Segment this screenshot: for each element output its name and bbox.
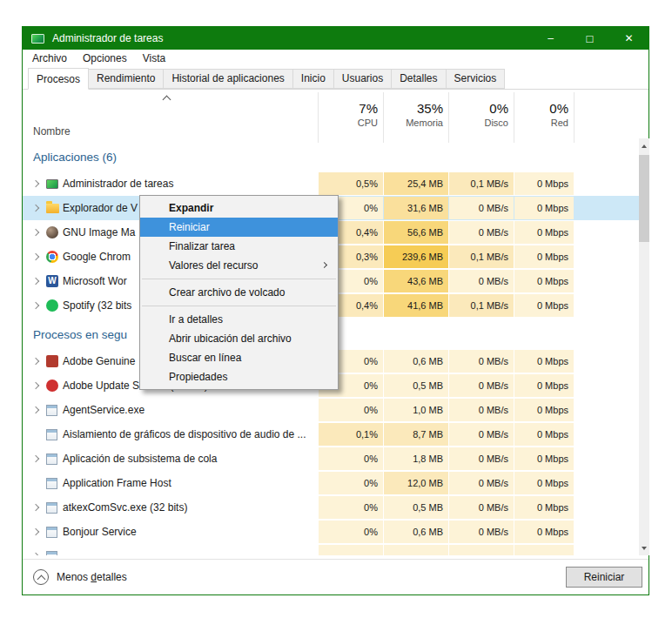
menu-opciones[interactable]: Opciones	[75, 50, 135, 66]
tab-usuarios[interactable]: Usuarios	[333, 69, 392, 89]
scrollbar[interactable]	[639, 138, 649, 555]
expand-chevron-icon[interactable]	[32, 382, 39, 389]
restart-button[interactable]: Reiniciar	[566, 567, 642, 588]
expand-chevron-icon[interactable]	[32, 455, 39, 462]
memory-cell: 12,0 MB	[384, 472, 448, 494]
expand-chevron-icon[interactable]	[32, 205, 39, 212]
toggle-text: Menos	[57, 571, 91, 583]
disk-cell: 0 MB/s	[449, 423, 514, 446]
process-name: Application Frame Host	[63, 471, 171, 495]
memory-cell: 56,6 MB	[384, 221, 448, 244]
task-manager-icon	[46, 179, 58, 189]
network-cell: 0 Mbps	[514, 350, 574, 373]
menu-vista[interactable]: Vista	[135, 50, 173, 66]
memory-cell: 0,6 MB	[384, 350, 448, 373]
tab-procesos[interactable]: Procesos	[28, 68, 89, 90]
process-row-bonjour-service[interactable]: Bonjour Service0%0,6 MB0 MB/s0 Mbps	[23, 520, 639, 544]
disk-cell: 0 MB/s	[449, 374, 514, 397]
expand-chevron-icon[interactable]	[32, 504, 39, 511]
memory-cell: 0,5 MB	[384, 496, 448, 519]
group-name: Procesos en segu	[33, 321, 127, 349]
context-menu-item-reiniciar[interactable]: Reiniciar	[140, 218, 338, 237]
disco-column-label: Disco	[449, 118, 508, 128]
expand-chevron-icon[interactable]	[32, 229, 39, 236]
column-header-red[interactable]: 0%Red	[514, 90, 574, 144]
context-menu-item-finalizar-tarea[interactable]: Finalizar tarea	[140, 237, 338, 256]
network-cell: 0 Mbps	[514, 172, 574, 195]
context-menu-item-buscar-en-linea[interactable]: Buscar en línea	[140, 348, 338, 367]
cpu-cell: 0,1%	[319, 423, 383, 446]
disk-cell: 0 MB/s	[449, 270, 514, 292]
memory-cell: 25,4 MB	[384, 172, 448, 195]
chrome-icon	[46, 251, 58, 263]
process-row-administrador-de-tareas[interactable]: Administrador de tareas0,5%25,4 MB0,1 MB…	[23, 171, 639, 196]
tab-inicio[interactable]: Inicio	[292, 69, 334, 89]
memory-cell	[384, 545, 448, 555]
context-menu-item-ir-a-detalles[interactable]: Ir a detalles	[140, 310, 338, 329]
tab-rendimiento[interactable]: Rendimiento	[88, 69, 164, 89]
generic-app-icon	[46, 551, 57, 555]
process-name: Spotify (32 bits	[63, 293, 131, 318]
expand-chevron-icon[interactable]	[32, 302, 39, 309]
process-row-atkexcomsvc-exe-32-bits[interactable]: atkexComSvc.exe (32 bits)0%0,5 MB0 MB/s0…	[23, 495, 639, 520]
expand-chevron-icon[interactable]	[32, 358, 39, 365]
context-menu-item-valores-del-recurso[interactable]: Valores del recurso	[140, 256, 338, 275]
table-header: Nombre 7%CPU35%Memoria0%Disco0%Red	[23, 90, 639, 144]
context-menu-item-crear-archivo-de-volcado[interactable]: Crear archivo de volcado	[140, 283, 338, 302]
disk-cell: 0 MB/s	[449, 197, 514, 219]
generic-app-icon	[46, 429, 57, 440]
process-name: atkexComSvc.exe (32 bits)	[63, 495, 187, 520]
disk-cell: 0 MB/s	[449, 521, 514, 543]
adobe-red-icon	[46, 355, 58, 367]
tab-detalles[interactable]: Detalles	[391, 69, 446, 89]
memory-cell: 239,6 MB	[384, 245, 448, 268]
name-column-header[interactable]: Nombre	[33, 125, 71, 138]
column-separator	[318, 92, 319, 143]
memoria-column-label: Memoria	[384, 118, 443, 128]
close-button[interactable]: ✕	[609, 27, 648, 50]
process-row-agentservice-exe[interactable]: AgentService.exe0%1,0 MB0 MB/s0 Mbps	[23, 398, 639, 422]
group-name: Aplicaciones (6)	[33, 144, 117, 171]
network-cell: 0 Mbps	[514, 496, 574, 519]
network-cell: 0 Mbps	[514, 472, 574, 494]
context-menu-item-expandir[interactable]: Expandir	[140, 198, 338, 218]
task-manager-icon	[31, 34, 44, 44]
process-row-application-frame-host[interactable]: Application Frame Host0%12,0 MB0 MB/s0 M…	[23, 471, 639, 495]
chevron-up-circle-icon	[33, 569, 49, 585]
column-header-memoria[interactable]: 35%Memoria	[384, 90, 448, 144]
maximize-button[interactable]: □	[570, 27, 609, 50]
column-header-disco[interactable]: 0%Disco	[449, 90, 514, 144]
cpu-cell: 0%	[319, 447, 383, 470]
cpu-total-percent: 7%	[319, 101, 378, 116]
scroll-thumb[interactable]	[639, 155, 649, 242]
process-row-aislamiento-de-graficos-de-dispositivo-de-audio-de[interactable]: Aislamiento de gráficos de dispositivo d…	[23, 422, 639, 447]
menu-archivo[interactable]: Archivo	[24, 50, 75, 66]
scroll-up-button[interactable]	[639, 138, 649, 153]
context-menu-item-propiedades[interactable]: Propiedades	[140, 367, 338, 386]
expand-chevron-icon[interactable]	[32, 180, 39, 187]
memory-cell: 0,6 MB	[384, 521, 448, 543]
tab-historial-de-aplicaciones[interactable]: Historial de aplicaciones	[163, 69, 292, 89]
memory-cell: 41,6 MB	[384, 294, 448, 317]
cpu-column-label: CPU	[319, 118, 378, 128]
scroll-down-button[interactable]	[639, 541, 649, 555]
expand-chevron-icon[interactable]	[32, 253, 39, 260]
tab-servicios[interactable]: Servicios	[446, 69, 506, 89]
expand-chevron-icon[interactable]	[32, 278, 39, 285]
red-total-percent: 0%	[514, 101, 568, 116]
disk-cell: 0,1 MB/s	[449, 245, 514, 268]
generic-app-icon	[46, 405, 57, 416]
process-row[interactable]	[23, 544, 639, 555]
column-header-cpu[interactable]: 7%CPU	[319, 90, 383, 144]
disk-cell: 0 MB/s	[449, 350, 514, 373]
minimize-button[interactable]: –	[531, 27, 570, 50]
details-toggle[interactable]: Menos detalles	[33, 569, 127, 585]
expand-chevron-icon[interactable]	[32, 406, 39, 413]
disk-cell: 0 MB/s	[449, 496, 514, 519]
process-row-aplicacion-de-subsistema-de-cola[interactable]: Aplicación de subsistema de cola0%1,8 MB…	[23, 447, 639, 471]
context-menu-item-abrir-ubicacion-del-archivo[interactable]: Abrir ubicación del archivo	[140, 329, 338, 348]
folder-icon	[46, 204, 59, 213]
expand-chevron-icon[interactable]	[32, 528, 39, 535]
expand-chevron-icon[interactable]	[32, 553, 39, 555]
group-row-aplicaciones-6[interactable]: Aplicaciones (6)	[23, 144, 639, 171]
